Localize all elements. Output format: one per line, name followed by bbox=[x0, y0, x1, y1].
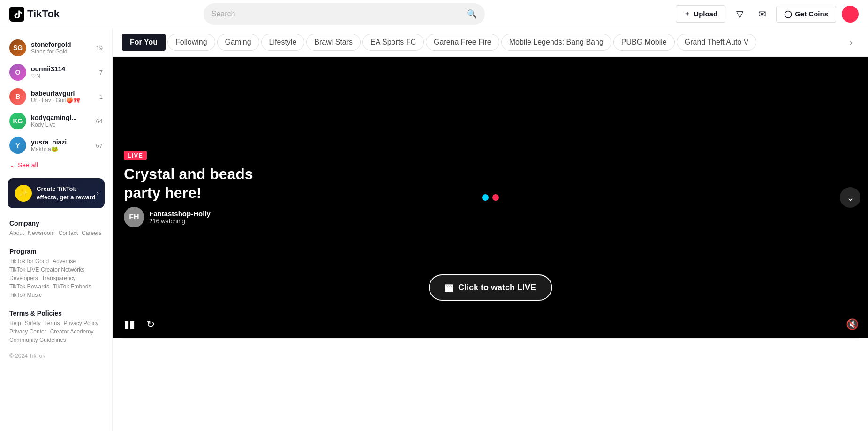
footer-link-newsroom[interactable]: Newsroom bbox=[28, 230, 54, 236]
pause-button[interactable]: ▮▮ bbox=[122, 317, 137, 333]
footer-link-developers[interactable]: Developers bbox=[9, 275, 38, 281]
search-area: 🔍 bbox=[204, 3, 485, 25]
live-badge: LIVE bbox=[124, 151, 147, 160]
tab-gaming[interactable]: Gaming bbox=[217, 34, 259, 51]
username-stoneforgold: stoneforgold bbox=[31, 41, 91, 48]
video-controls: ▮▮ ↻ 🔇 bbox=[113, 311, 868, 338]
footer-link-about[interactable]: About bbox=[9, 230, 24, 236]
tiktok-logo-icon bbox=[9, 7, 24, 22]
upload-button[interactable]: ＋ Upload bbox=[676, 5, 725, 23]
search-input[interactable] bbox=[211, 10, 463, 18]
count-ounnii3114: 7 bbox=[99, 69, 103, 76]
footer-terms: Terms & Policies Help Safety Terms Priva… bbox=[4, 304, 108, 339]
search-box: 🔍 bbox=[204, 3, 485, 25]
inbox-icon[interactable]: ▽ bbox=[731, 6, 748, 23]
sidebar-item-yusra-niazi[interactable]: Y yusra_niazi Makhna🐸 67 bbox=[4, 133, 108, 158]
footer-company-links: About Newsroom Contact Careers bbox=[9, 230, 103, 236]
footer-link-privacy-center[interactable]: Privacy Center bbox=[9, 328, 46, 335]
footer-link-transparency[interactable]: Transparency bbox=[42, 275, 76, 281]
tab-mobile-legends[interactable]: Mobile Legends: Bang Bang bbox=[501, 34, 611, 51]
count-babeurfavgurl: 1 bbox=[99, 93, 103, 100]
footer-link-safety[interactable]: Safety bbox=[25, 320, 41, 326]
logo[interactable]: TikTok bbox=[9, 7, 103, 22]
footer-link-music[interactable]: TikTok Music bbox=[9, 292, 42, 298]
sidebar-users-section: SG stoneforgold Stone for Gold 19 O ounn… bbox=[4, 36, 108, 173]
footer-link-tiktok-for-good[interactable]: TikTok for Good bbox=[9, 258, 49, 265]
footer-link-community[interactable]: Community Guidelines bbox=[9, 337, 66, 339]
user-avatar-header[interactable] bbox=[842, 6, 859, 23]
count-yusra-niazi: 67 bbox=[96, 142, 103, 149]
footer-link-terms[interactable]: Terms bbox=[45, 320, 60, 326]
footer-link-privacy-policy[interactable]: Privacy Policy bbox=[63, 320, 98, 326]
count-kodygamingl: 64 bbox=[96, 118, 103, 125]
video-container[interactable]: LIVE Crystal and beadsparty here! FH Fan… bbox=[113, 57, 868, 338]
watch-live-button[interactable]: ▩ Click to watch LIVE bbox=[429, 274, 552, 301]
footer-link-rewards[interactable]: TikTok Rewards bbox=[9, 283, 49, 290]
footer-link-contact[interactable]: Contact bbox=[59, 230, 78, 236]
handle-stoneforgold: Stone for Gold bbox=[31, 48, 91, 55]
header-actions: ＋ Upload ▽ ✉ ◯ Get Coins bbox=[676, 5, 859, 23]
plus-icon: ＋ bbox=[684, 9, 691, 18]
footer-company: Company About Newsroom Contact Careers bbox=[4, 214, 108, 242]
footer-program: Program TikTok for Good Advertise TikTok… bbox=[4, 242, 108, 304]
footer-link-live-creator[interactable]: TikTok LIVE Creator Networks bbox=[9, 266, 84, 273]
nav-arrow-down[interactable]: ⌄ bbox=[840, 187, 860, 208]
get-coins-label: Get Coins bbox=[795, 10, 828, 18]
tab-for-you[interactable]: For You bbox=[122, 34, 166, 51]
tab-following[interactable]: Following bbox=[167, 34, 215, 51]
creator-watching: 216 watching bbox=[149, 218, 211, 225]
upload-label: Upload bbox=[694, 10, 717, 18]
sidebar-item-kodygamingl[interactable]: KG kodygamingl... Kody Live 64 bbox=[4, 109, 108, 133]
controls-right: 🔇 bbox=[846, 318, 859, 331]
creator-avatar: FH bbox=[124, 207, 144, 227]
replay-button[interactable]: ↻ bbox=[144, 317, 157, 333]
video-dots bbox=[482, 194, 499, 201]
handle-babeurfavgurl: Ur · Fav · Gurl🍑🎀 bbox=[31, 97, 95, 104]
footer-link-embeds[interactable]: TikTok Embeds bbox=[53, 283, 91, 290]
footer-program-links: TikTok for Good Advertise TikTok LIVE Cr… bbox=[9, 258, 103, 298]
footer-link-help[interactable]: Help bbox=[9, 320, 21, 326]
tab-grand-theft-auto[interactable]: Grand Theft Auto V bbox=[677, 34, 757, 51]
sidebar-item-ounnii3114[interactable]: O ounnii3114 ♡N 7 bbox=[4, 60, 108, 84]
tab-pubg-mobile[interactable]: PUBG Mobile bbox=[613, 34, 675, 51]
tab-garena-free-fire[interactable]: Garena Free Fire bbox=[426, 34, 499, 51]
mute-button[interactable]: 🔇 bbox=[846, 318, 859, 330]
tab-lifestyle[interactable]: Lifestyle bbox=[261, 34, 305, 51]
footer-link-careers[interactable]: Careers bbox=[82, 230, 102, 236]
logo-text: TikTok bbox=[27, 8, 60, 20]
header: TikTok 🔍 ＋ Upload ▽ ✉ ◯ Get Coins bbox=[0, 0, 868, 28]
avatar-stoneforgold: SG bbox=[9, 39, 26, 56]
username-yusra-niazi: yusra_niazi bbox=[31, 138, 91, 146]
username-kodygamingl: kodygamingl... bbox=[31, 114, 91, 121]
tab-brawl-stars[interactable]: Brawl Stars bbox=[306, 34, 361, 51]
messages-icon[interactable]: ✉ bbox=[754, 6, 770, 23]
creator-details: Fantastshop-Holly 216 watching bbox=[149, 210, 211, 225]
user-info-stoneforgold: stoneforgold Stone for Gold bbox=[31, 41, 91, 55]
bar-chart-icon: ▩ bbox=[445, 282, 453, 293]
user-info-babeurfavgurl: babeurfavgurl Ur · Fav · Gurl🍑🎀 bbox=[31, 90, 95, 104]
dot-red bbox=[492, 194, 499, 201]
search-icon[interactable]: 🔍 bbox=[467, 9, 477, 19]
user-info-yusra-niazi: yusra_niazi Makhna🐸 bbox=[31, 138, 91, 152]
creator-name: Fantastshop-Holly bbox=[149, 210, 211, 218]
effects-icon: ✨ bbox=[15, 185, 32, 202]
footer-link-creator-academy[interactable]: Creator Academy bbox=[50, 328, 94, 335]
get-coins-button[interactable]: ◯ Get Coins bbox=[776, 6, 836, 23]
video-separator bbox=[122, 338, 859, 339]
effects-banner[interactable]: ✨ Create TikTok effects, get a reward › bbox=[8, 178, 105, 208]
effects-text: Create TikTok effects, get a reward bbox=[37, 185, 97, 202]
tab-ea-sports-fc[interactable]: EA Sports FC bbox=[362, 34, 424, 51]
avatar-babeurfavgurl: B bbox=[9, 88, 26, 105]
user-info-kodygamingl: kodygamingl... Kody Live bbox=[31, 114, 91, 128]
sidebar-item-babeurfavgurl[interactable]: B babeurfavgurl Ur · Fav · Gurl🍑🎀 1 bbox=[4, 84, 108, 109]
dot-cyan bbox=[482, 194, 489, 201]
sidebar-item-stoneforgold[interactable]: SG stoneforgold Stone for Gold 19 bbox=[4, 36, 108, 60]
effects-arrow-icon: › bbox=[97, 189, 99, 197]
footer-company-title: Company bbox=[9, 219, 103, 227]
layout: SG stoneforgold Stone for Gold 19 O ounn… bbox=[0, 28, 868, 339]
footer-terms-links: Help Safety Terms Privacy Policy Privacy… bbox=[9, 320, 103, 339]
footer-link-advertise[interactable]: Advertise bbox=[53, 258, 76, 265]
tabs-scroll-right[interactable]: › bbox=[844, 35, 859, 50]
see-all-button[interactable]: ⌄ See all bbox=[4, 158, 108, 173]
avatar-kodygamingl: KG bbox=[9, 113, 26, 129]
